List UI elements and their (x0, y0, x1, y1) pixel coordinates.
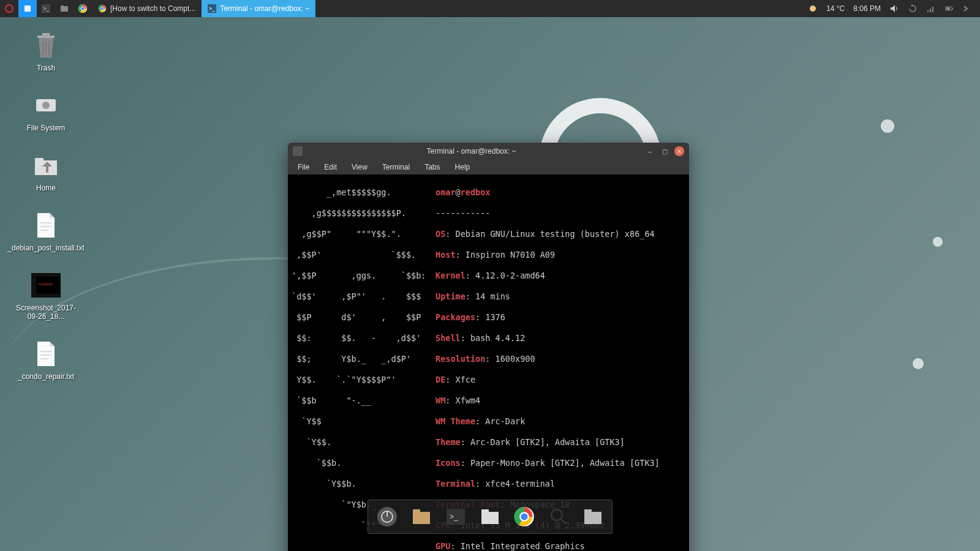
drive-icon (31, 91, 61, 120)
desktop-trash[interactable]: Trash (18, 31, 74, 72)
info-label: OS (435, 229, 445, 239)
ascii-line: Y$$. `.`"Y$$$$P"' (292, 375, 435, 385)
menu-terminal[interactable]: Terminal (376, 162, 416, 173)
icon-label: _debian_post_install.txt (7, 244, 84, 252)
menu-help[interactable]: Help (449, 162, 477, 173)
ascii-line: `$$b "-.__ (292, 395, 435, 406)
chrome-icon (98, 4, 107, 13)
ascii-line: `Y$$b. (292, 479, 435, 489)
minimize-button[interactable]: – (645, 146, 655, 156)
svg-rect-42 (413, 512, 430, 524)
info-value: Xfwm4 (456, 395, 481, 405)
top-panel: >_ [How to switch to Compt... >_ Termina… (0, 0, 980, 17)
svg-rect-46 (481, 512, 499, 524)
titlebar[interactable]: Terminal - omar@redbox: ~ – ▢ × (288, 143, 689, 160)
ascii-line: $$P d$' , $$P (292, 312, 435, 323)
svg-point-0 (6, 5, 13, 12)
info-value: 1376 (485, 312, 505, 322)
svg-rect-4 (61, 6, 68, 12)
info-label: Packages (435, 312, 475, 322)
dock-files[interactable] (409, 504, 434, 530)
ascii-line: ',$$P ,ggs. `$$b: (292, 271, 435, 281)
info-value: bash 4.4.12 (470, 333, 525, 343)
files-launcher[interactable] (55, 0, 74, 17)
info-value: Debian GNU/Linux testing (buster) x86_64 (456, 229, 655, 239)
svg-point-50 (551, 509, 562, 520)
svg-line-51 (561, 519, 566, 524)
panel-left: >_ [How to switch to Compt... >_ Termina… (0, 0, 315, 17)
info-label: Uptime (435, 291, 466, 301)
icon-label: Home (36, 184, 56, 192)
refresh-icon[interactable] (908, 4, 918, 13)
svg-rect-17 (932, 7, 933, 12)
taskbar-label: [How to switch to Compt... (110, 4, 195, 13)
trash-icon (31, 31, 61, 60)
taskbar-terminal[interactable]: >_ Terminal - omar@redbox: ~ (202, 0, 315, 17)
svg-text:neofetch: neofetch (39, 282, 53, 286)
info-label: DE (435, 375, 445, 384)
menu-tabs[interactable]: Tabs (418, 162, 446, 173)
clock-text[interactable]: 8:06 PM (853, 4, 881, 13)
svg-rect-1 (24, 6, 31, 12)
svg-text:>_: >_ (450, 512, 458, 521)
svg-text:>_: >_ (43, 6, 50, 12)
dock-search[interactable] (546, 504, 571, 530)
ascii-line: `d$$' ,$P"' . $$$ (292, 291, 435, 302)
wallpaper-dot (881, 119, 894, 133)
info-label: GPU (435, 541, 450, 551)
info-label: Resolution (435, 354, 485, 364)
network-icon[interactable] (926, 4, 936, 13)
ascii-line: `$$b. (292, 458, 435, 468)
terminal-launcher[interactable]: >_ (37, 0, 55, 17)
ascii-line: `Y$$ (292, 416, 435, 427)
ascii-line: _,met$$$$$gg. (292, 187, 435, 198)
volume-icon[interactable] (889, 4, 899, 13)
menu-view[interactable]: View (345, 162, 374, 173)
icon-label: Trash (37, 64, 55, 72)
desktop-icons: Trash File System Home _debian_post_inst… (18, 31, 74, 381)
desktop-screenshot[interactable]: neofetch Screenshot_2017-09-26_18... (18, 271, 74, 321)
show-desktop-launcher[interactable] (18, 0, 37, 17)
close-button[interactable]: × (674, 146, 684, 156)
maximize-button[interactable]: ▢ (660, 146, 669, 156)
taskbar-chrome[interactable]: [How to switch to Compt... (92, 0, 202, 17)
whisker-menu[interactable] (0, 0, 18, 17)
terminal-window: Terminal - omar@redbox: ~ – ▢ × File Edi… (288, 143, 689, 551)
info-label: Icons (435, 458, 461, 468)
ascii-line: ,$$P' `$$$. (292, 250, 435, 260)
info-value: 4.12.0-2-amd64 (475, 271, 545, 280)
menu-file[interactable]: File (292, 162, 315, 173)
dock-power[interactable] (374, 504, 400, 530)
info-label: Kernel (435, 271, 466, 280)
chrome-launcher[interactable] (74, 0, 92, 17)
info-label: WM Theme (435, 416, 475, 426)
terminal-icon: >_ (208, 4, 216, 13)
dock-files3[interactable] (580, 504, 606, 530)
dock-chrome[interactable] (511, 504, 537, 530)
battery-icon[interactable] (944, 4, 954, 13)
menu-edit[interactable]: Edit (318, 162, 343, 173)
ascii-line: `Y$$. (292, 437, 435, 448)
desktop-textfile1[interactable]: _debian_post_install.txt (18, 211, 74, 252)
ascii-line: ,g$$$$$$$$$$$$$$$P. (292, 208, 435, 219)
info-label: Host (435, 250, 456, 260)
svg-point-8 (81, 7, 85, 10)
dock-files2[interactable] (477, 504, 503, 530)
desktop-filesystem[interactable]: File System (18, 91, 74, 132)
info-value: Arc-Dark [GTK2], Adwaita [GTK3] (470, 437, 625, 447)
svg-rect-20 (946, 7, 950, 10)
terminal-body[interactable]: _,met$$$$$gg.omar@redbox ,g$$$$$$$$$$$$$… (288, 174, 689, 551)
dock-terminal[interactable]: >_ (443, 504, 469, 530)
desktop-home[interactable]: Home (18, 151, 74, 192)
svg-point-49 (520, 512, 529, 521)
info-value: Intel Integrated Graphics (461, 541, 585, 551)
info-value: Paper-Mono-Dark [GTK2], Adwaita [GTK3] (470, 458, 660, 468)
home-folder-icon (31, 151, 61, 180)
chevron-right-icon[interactable] (963, 4, 973, 13)
weather-icon[interactable] (808, 4, 818, 13)
icon-label: Screenshot_2017-09-26_18... (16, 304, 76, 321)
desktop-textfile2[interactable]: _condo_repair.txt (18, 339, 74, 381)
svg-point-11 (100, 7, 104, 10)
weather-text[interactable]: 14 °C (826, 4, 845, 13)
svg-rect-43 (413, 509, 420, 513)
